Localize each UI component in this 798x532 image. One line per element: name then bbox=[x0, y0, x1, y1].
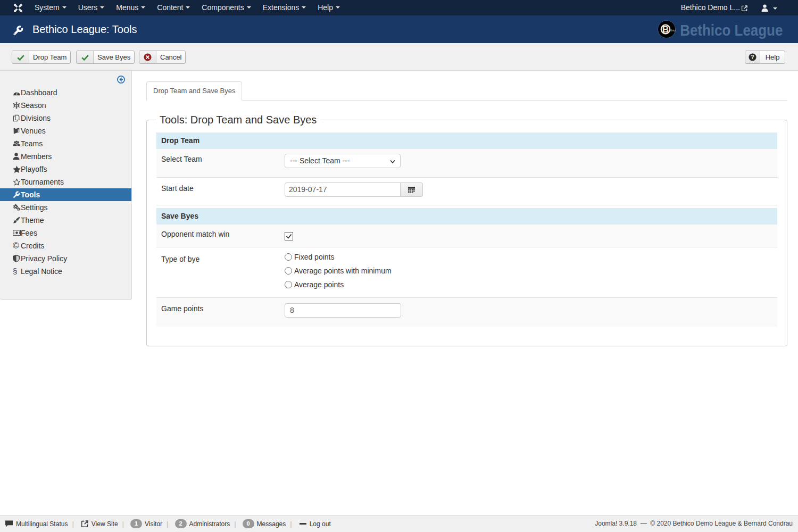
svg-text:thico: thico bbox=[670, 29, 676, 32]
svg-text:?: ? bbox=[751, 54, 754, 60]
svg-text:B: B bbox=[662, 24, 669, 35]
